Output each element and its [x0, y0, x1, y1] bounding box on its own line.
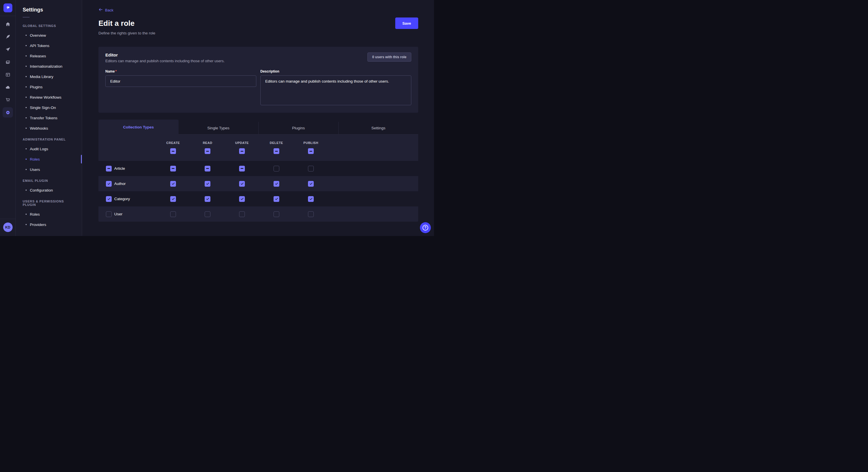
perm-article-create-checkbox[interactable] — [170, 166, 176, 171]
perm-article-row-checkbox[interactable] — [106, 166, 112, 171]
indeterminate-dash-icon — [241, 168, 243, 169]
perm-article-publish-checkbox[interactable] — [308, 166, 314, 171]
nav-section-label: GLOBAL SETTINGS — [16, 20, 82, 30]
perm-author-row-checkbox[interactable] — [106, 181, 112, 187]
tab-single-types[interactable]: Single Types — [179, 122, 259, 134]
sidebar-item-plugins[interactable]: Plugins — [16, 82, 82, 92]
cloud-nav-button[interactable] — [3, 82, 13, 92]
row-label: Author — [114, 181, 126, 186]
perm-author-read-checkbox[interactable] — [205, 181, 210, 187]
sidebar-item-overview[interactable]: Overview — [16, 30, 82, 40]
perm-category-read-checkbox[interactable] — [205, 196, 210, 202]
sidebar-item-users[interactable]: Users — [16, 164, 82, 175]
perm-category-update-checkbox[interactable] — [239, 196, 245, 202]
perm-article-read-checkbox[interactable] — [205, 166, 210, 171]
save-button[interactable]: Save — [395, 18, 418, 29]
cart-nav-button[interactable] — [3, 95, 13, 105]
sidebar-item-label: Roles — [30, 157, 40, 162]
sidebar-item-single-sign-on[interactable]: Single Sign-On — [16, 102, 82, 113]
avatar[interactable]: KD — [3, 223, 12, 232]
bullet-icon — [26, 107, 27, 108]
perm-header-delete-checkbox[interactable] — [274, 148, 279, 154]
description-textarea[interactable]: Editors can manage and publish contents … — [260, 75, 411, 105]
indeterminate-dash-icon — [241, 151, 243, 152]
sidebar-item-roles[interactable]: Roles — [16, 209, 82, 220]
perm-category-create-checkbox[interactable] — [170, 196, 176, 202]
media-library-nav-button[interactable] — [3, 57, 13, 67]
permission-cell — [156, 211, 190, 217]
perm-category-row-checkbox[interactable] — [106, 196, 112, 202]
sidebar-item-label: Roles — [30, 212, 40, 216]
tab-settings[interactable]: Settings — [338, 122, 418, 134]
perm-user-read-checkbox[interactable] — [205, 211, 210, 217]
perm-header-read-checkbox[interactable] — [205, 148, 210, 154]
perm-article-delete-checkbox[interactable] — [274, 166, 279, 171]
perm-user-publish-checkbox[interactable] — [308, 211, 314, 217]
strapi-logo[interactable] — [3, 3, 12, 12]
bullet-icon — [26, 55, 27, 57]
perm-author-publish-checkbox[interactable] — [308, 181, 314, 187]
sidebar-item-review-workflows[interactable]: Review Workflows — [16, 92, 82, 102]
role-details-card: Editor Editors can manage and publish co… — [98, 47, 418, 113]
row-label: Article — [114, 166, 125, 171]
column-header-label: CREATE — [166, 141, 180, 144]
perm-author-update-checkbox[interactable] — [239, 181, 245, 187]
role-name-heading: Editor — [105, 53, 225, 57]
column-header-label: READ — [203, 141, 212, 144]
name-label: Name* — [105, 69, 256, 73]
permission-cell — [259, 166, 293, 171]
users-count-badge[interactable]: 0 users with this role — [367, 53, 411, 62]
row-lead-cell: User — [98, 211, 156, 217]
sidebar-item-configuration[interactable]: Configuration — [16, 185, 82, 195]
row-label: User — [114, 212, 123, 216]
sidebar-item-label: Transfer Tokens — [30, 116, 57, 120]
page-subtitle: Define the rights given to the role — [98, 31, 418, 35]
perm-article-update-checkbox[interactable] — [239, 166, 245, 171]
layout-icon — [5, 72, 11, 77]
perm-author-create-checkbox[interactable] — [170, 181, 176, 187]
main-nav-icons — [3, 16, 13, 219]
perm-header-create-checkbox[interactable] — [170, 148, 176, 154]
back-link[interactable]: Back — [98, 7, 113, 12]
app-root: KD Settings GLOBAL SETTINGSOverviewAPI T… — [0, 0, 434, 236]
home-nav-button[interactable] — [3, 19, 13, 29]
bullet-icon — [26, 97, 27, 98]
tab-plugins[interactable]: Plugins — [258, 122, 338, 134]
permissions-table-header: CREATEREADUPDATEDELETEPUBLISH — [98, 134, 418, 161]
feather-nav-button[interactable] — [3, 32, 13, 42]
perm-header-publish-checkbox[interactable] — [308, 148, 314, 154]
sidebar-item-audit-logs[interactable]: Audit Logs — [16, 144, 82, 154]
sidebar-item-media-library[interactable]: Media Library — [16, 71, 82, 82]
tab-collection-types[interactable]: Collection Types — [98, 120, 179, 134]
sidebar-item-label: Media Library — [30, 74, 53, 79]
indeterminate-dash-icon — [172, 168, 175, 169]
gear-nav-button[interactable] — [3, 107, 13, 117]
name-input[interactable] — [105, 75, 256, 87]
sidebar-item-webhooks[interactable]: Webhooks — [16, 123, 82, 133]
perm-header-update-checkbox[interactable] — [239, 148, 245, 154]
sidebar-item-roles[interactable]: Roles — [16, 154, 82, 164]
layout-nav-button[interactable] — [3, 69, 13, 80]
paper-plane-nav-button[interactable] — [3, 44, 13, 55]
media-library-icon — [5, 59, 11, 65]
help-button[interactable]: ? — [420, 222, 431, 233]
sidebar-item-releases[interactable]: Releases — [16, 51, 82, 61]
sidebar-item-providers[interactable]: Providers — [16, 220, 82, 230]
sidebar-item-label: Webhooks — [30, 126, 48, 131]
sidebar-item-internationalization[interactable]: Internationalization — [16, 61, 82, 71]
sidebar-item-transfer-tokens[interactable]: Transfer Tokens — [16, 113, 82, 123]
permission-cell — [259, 196, 293, 202]
name-field-group: Name* — [105, 69, 256, 106]
column-header-label: UPDATE — [235, 141, 249, 144]
bullet-icon — [26, 35, 27, 36]
perm-user-update-checkbox[interactable] — [239, 211, 245, 217]
column-publish: PUBLISH — [293, 134, 328, 161]
perm-category-publish-checkbox[interactable] — [308, 196, 314, 202]
perm-category-delete-checkbox[interactable] — [274, 196, 279, 202]
perm-author-delete-checkbox[interactable] — [274, 181, 279, 187]
sidebar-item-api-tokens[interactable]: API Tokens — [16, 40, 82, 51]
perm-user-create-checkbox[interactable] — [170, 211, 176, 217]
permission-cell — [293, 196, 328, 202]
perm-user-delete-checkbox[interactable] — [274, 211, 279, 217]
perm-user-row-checkbox[interactable] — [106, 211, 112, 217]
